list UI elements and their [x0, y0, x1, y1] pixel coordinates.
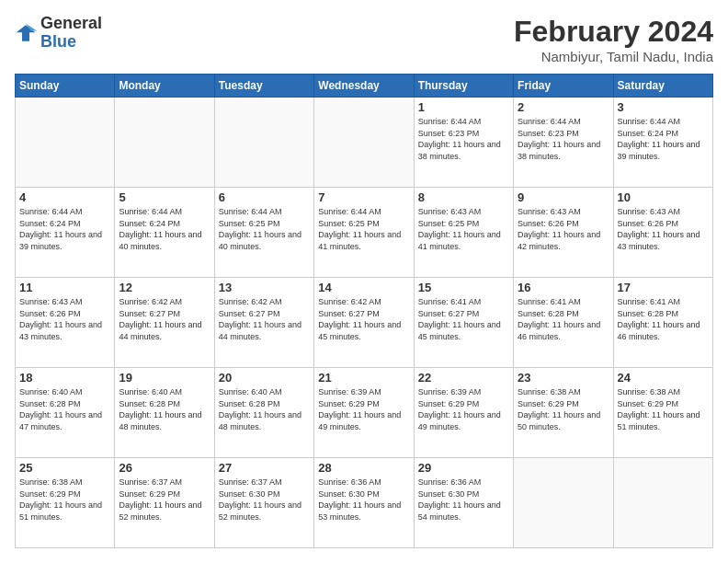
calendar-cell: 18Sunrise: 6:40 AM Sunset: 6:28 PM Dayli…	[16, 368, 115, 458]
day-number: 14	[318, 281, 409, 294]
day-info: Sunrise: 6:38 AM Sunset: 6:29 PM Dayligh…	[19, 477, 110, 523]
calendar-cell: 12Sunrise: 6:42 AM Sunset: 6:27 PM Dayli…	[115, 278, 214, 368]
calendar-cell	[613, 458, 712, 548]
day-info: Sunrise: 6:41 AM Sunset: 6:28 PM Dayligh…	[618, 296, 709, 342]
day-info: Sunrise: 6:39 AM Sunset: 6:29 PM Dayligh…	[418, 386, 509, 432]
day-info: Sunrise: 6:38 AM Sunset: 6:29 PM Dayligh…	[518, 386, 609, 432]
day-number: 21	[318, 371, 409, 385]
day-number: 3	[618, 100, 709, 114]
calendar-cell: 14Sunrise: 6:42 AM Sunset: 6:27 PM Dayli…	[314, 278, 414, 368]
day-info: Sunrise: 6:36 AM Sunset: 6:30 PM Dayligh…	[318, 477, 409, 523]
calendar-cell: 27Sunrise: 6:37 AM Sunset: 6:30 PM Dayli…	[214, 458, 313, 548]
calendar-cell: 20Sunrise: 6:40 AM Sunset: 6:28 PM Dayli…	[214, 368, 313, 458]
weekday-header-row: Sunday Monday Tuesday Wednesday Thursday…	[16, 75, 713, 98]
calendar-cell: 23Sunrise: 6:38 AM Sunset: 6:29 PM Dayli…	[514, 368, 613, 458]
header-friday: Friday	[514, 75, 613, 98]
calendar-body: 1Sunrise: 6:44 AM Sunset: 6:23 PM Daylig…	[16, 98, 713, 548]
day-info: Sunrise: 6:43 AM Sunset: 6:26 PM Dayligh…	[618, 206, 709, 252]
calendar-cell	[514, 458, 613, 548]
day-number: 19	[119, 371, 210, 385]
calendar-cell: 1Sunrise: 6:44 AM Sunset: 6:23 PM Daylig…	[414, 98, 513, 188]
calendar-cell: 24Sunrise: 6:38 AM Sunset: 6:29 PM Dayli…	[613, 368, 712, 458]
day-info: Sunrise: 6:37 AM Sunset: 6:30 PM Dayligh…	[219, 477, 310, 523]
calendar-cell: 25Sunrise: 6:38 AM Sunset: 6:29 PM Dayli…	[16, 458, 115, 548]
logo-general-text: General	[40, 15, 102, 33]
day-number: 8	[418, 190, 509, 204]
header-wednesday: Wednesday	[314, 75, 414, 98]
day-info: Sunrise: 6:44 AM Sunset: 6:23 PM Dayligh…	[418, 116, 509, 162]
day-info: Sunrise: 6:39 AM Sunset: 6:29 PM Dayligh…	[318, 386, 409, 432]
calendar-table: Sunday Monday Tuesday Wednesday Thursday…	[15, 74, 713, 548]
day-number: 12	[119, 281, 210, 294]
calendar-cell	[16, 98, 115, 188]
day-info: Sunrise: 6:44 AM Sunset: 6:24 PM Dayligh…	[119, 206, 210, 252]
day-info: Sunrise: 6:44 AM Sunset: 6:24 PM Dayligh…	[618, 116, 709, 162]
day-info: Sunrise: 6:44 AM Sunset: 6:25 PM Dayligh…	[318, 206, 409, 252]
header-tuesday: Tuesday	[214, 75, 313, 98]
day-number: 5	[119, 190, 210, 204]
day-info: Sunrise: 6:36 AM Sunset: 6:30 PM Dayligh…	[418, 477, 509, 523]
day-number: 6	[219, 190, 310, 204]
week-row-0: 1Sunrise: 6:44 AM Sunset: 6:23 PM Daylig…	[16, 98, 713, 188]
calendar-cell: 8Sunrise: 6:43 AM Sunset: 6:25 PM Daylig…	[414, 188, 513, 278]
logo: General Blue	[15, 15, 102, 52]
logo-text: General Blue	[40, 15, 102, 52]
calendar-cell: 11Sunrise: 6:43 AM Sunset: 6:26 PM Dayli…	[16, 278, 115, 368]
week-row-1: 4Sunrise: 6:44 AM Sunset: 6:24 PM Daylig…	[16, 188, 713, 278]
logo-bird-icon	[15, 22, 37, 44]
calendar-cell: 16Sunrise: 6:41 AM Sunset: 6:28 PM Dayli…	[514, 278, 613, 368]
day-number: 7	[318, 190, 409, 204]
calendar-header: Sunday Monday Tuesday Wednesday Thursday…	[16, 75, 713, 98]
header-saturday: Saturday	[613, 75, 712, 98]
title-block: February 2024 Nambiyur, Tamil Nadu, Indi…	[514, 15, 713, 64]
day-number: 17	[618, 281, 709, 294]
calendar-cell	[314, 98, 414, 188]
day-number: 10	[618, 190, 709, 204]
calendar-cell: 21Sunrise: 6:39 AM Sunset: 6:29 PM Dayli…	[314, 368, 414, 458]
day-number: 26	[119, 461, 210, 475]
day-info: Sunrise: 6:40 AM Sunset: 6:28 PM Dayligh…	[219, 386, 310, 432]
week-row-4: 25Sunrise: 6:38 AM Sunset: 6:29 PM Dayli…	[16, 458, 713, 548]
day-number: 28	[318, 461, 409, 475]
header-thursday: Thursday	[414, 75, 513, 98]
calendar-cell: 15Sunrise: 6:41 AM Sunset: 6:27 PM Dayli…	[414, 278, 513, 368]
week-row-2: 11Sunrise: 6:43 AM Sunset: 6:26 PM Dayli…	[16, 278, 713, 368]
calendar-cell: 5Sunrise: 6:44 AM Sunset: 6:24 PM Daylig…	[115, 188, 214, 278]
calendar-cell: 22Sunrise: 6:39 AM Sunset: 6:29 PM Dayli…	[414, 368, 513, 458]
day-number: 23	[518, 371, 609, 385]
day-info: Sunrise: 6:44 AM Sunset: 6:25 PM Dayligh…	[219, 206, 310, 252]
day-number: 11	[19, 281, 110, 294]
calendar-title: February 2024	[514, 15, 713, 49]
day-info: Sunrise: 6:37 AM Sunset: 6:29 PM Dayligh…	[119, 477, 210, 523]
calendar-cell: 29Sunrise: 6:36 AM Sunset: 6:30 PM Dayli…	[414, 458, 513, 548]
calendar-cell: 2Sunrise: 6:44 AM Sunset: 6:23 PM Daylig…	[514, 98, 613, 188]
day-number: 18	[19, 371, 110, 385]
day-number: 1	[418, 100, 509, 114]
day-number: 16	[518, 281, 609, 294]
day-number: 2	[518, 100, 609, 114]
calendar-cell	[115, 98, 214, 188]
header-sunday: Sunday	[16, 75, 115, 98]
calendar-cell: 17Sunrise: 6:41 AM Sunset: 6:28 PM Dayli…	[613, 278, 712, 368]
svg-marker-0	[17, 25, 36, 41]
day-number: 15	[418, 281, 509, 294]
calendar-cell: 4Sunrise: 6:44 AM Sunset: 6:24 PM Daylig…	[16, 188, 115, 278]
day-number: 20	[219, 371, 310, 385]
day-number: 25	[19, 461, 110, 475]
day-info: Sunrise: 6:42 AM Sunset: 6:27 PM Dayligh…	[219, 296, 310, 342]
day-number: 22	[418, 371, 509, 385]
day-info: Sunrise: 6:43 AM Sunset: 6:26 PM Dayligh…	[518, 206, 609, 252]
calendar-cell	[214, 98, 313, 188]
calendar-cell: 9Sunrise: 6:43 AM Sunset: 6:26 PM Daylig…	[514, 188, 613, 278]
day-info: Sunrise: 6:42 AM Sunset: 6:27 PM Dayligh…	[318, 296, 409, 342]
day-info: Sunrise: 6:40 AM Sunset: 6:28 PM Dayligh…	[119, 386, 210, 432]
calendar-subtitle: Nambiyur, Tamil Nadu, India	[514, 49, 713, 64]
calendar-cell: 19Sunrise: 6:40 AM Sunset: 6:28 PM Dayli…	[115, 368, 214, 458]
day-info: Sunrise: 6:44 AM Sunset: 6:23 PM Dayligh…	[518, 116, 609, 162]
day-info: Sunrise: 6:42 AM Sunset: 6:27 PM Dayligh…	[119, 296, 210, 342]
day-number: 29	[418, 461, 509, 475]
day-info: Sunrise: 6:43 AM Sunset: 6:25 PM Dayligh…	[418, 206, 509, 252]
day-number: 4	[19, 190, 110, 204]
header: General Blue February 2024 Nambiyur, Tam…	[15, 15, 713, 64]
day-info: Sunrise: 6:40 AM Sunset: 6:28 PM Dayligh…	[19, 386, 110, 432]
